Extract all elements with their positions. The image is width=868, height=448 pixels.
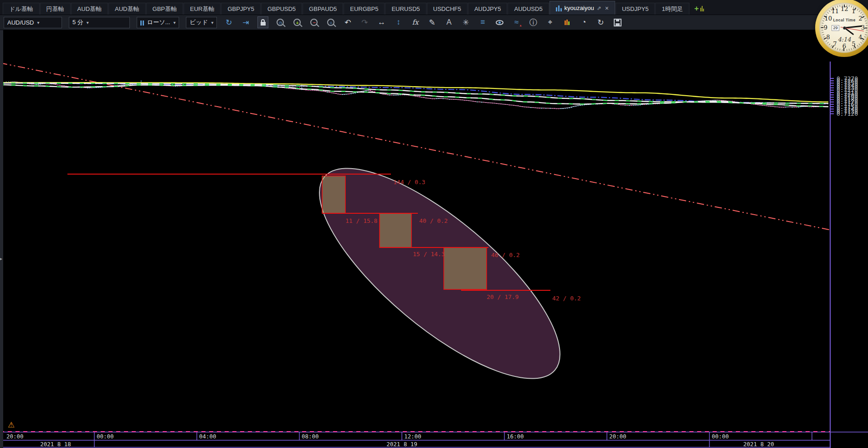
chart-bars-icon [700,6,704,11]
ma-mid-line-white [0,85,828,107]
clock-tick [822,34,824,35]
scroll-to-latest-icon[interactable]: ⇥ [241,17,251,28]
magnifier-glyph: ◷ [277,19,284,26]
glyph: ⓘ [529,17,537,28]
tab-label: AUDJPY5 [474,5,501,12]
clock-number: 1 [850,8,858,15]
close-icon[interactable]: × [605,5,609,11]
tab-円基軸[interactable]: 円基軸 [40,3,71,15]
clock-number: 12 [841,5,848,12]
time-label: 00:00 [712,433,729,440]
glyph: ✳ [462,18,469,27]
tab-label: EUR基軸 [190,5,214,13]
zoom-reset-icon[interactable]: ◷ [275,17,285,28]
time-label: 20:00 [609,433,627,440]
panel-expand-handle-icon[interactable]: ▸ [0,257,2,261]
lock-glyph [261,22,266,26]
measurement-label: 40 / 0.2 [419,217,448,224]
tab-EUR基軸[interactable]: EUR基軸 [184,3,221,15]
tab-label: EURUSD5 [391,5,420,12]
signal-pattern-icon[interactable]: ≈▴ [511,17,521,28]
tab-GBPJPY5[interactable]: GBPJPY5 [221,3,261,15]
zoom-area-icon[interactable]: ▫ [326,17,336,28]
clock-tick [827,12,829,14]
clock-tick [858,10,860,12]
tab-label: kyouzaiyou [565,5,594,11]
clock-tick [865,34,867,35]
zoom-out-icon[interactable]: − [309,17,319,28]
undo-icon[interactable]: ↶ [343,17,353,28]
tab-label: 1時間足 [662,5,683,13]
tab-AUDJPY5[interactable]: AUDJPY5 [468,3,508,15]
toolbar: AUD/USD▾5 分▾ローソ...▾ビッド▾↻⇥◷+−▫↶↷↔↕fx✎A✳≡≈… [0,15,868,30]
clock-date: 29 [832,25,839,31]
magnifier-glyph: − [310,19,318,26]
glyph: ↔ [378,18,385,27]
tab-AUD基軸[interactable]: AUD基軸 [108,3,145,15]
formula-icon[interactable]: fx [410,17,420,28]
expand-horizontal-icon[interactable]: ↔ [376,17,386,28]
pattern-tool-icon[interactable]: ✳ [461,17,471,28]
text-tool-icon[interactable]: A [444,17,454,28]
price-side-select-value: ビッド [190,18,208,26]
clock-tick [822,32,823,33]
clock-tick [853,47,854,49]
measurement-box[interactable] [380,213,411,247]
chart-canvas[interactable]: 144 / 0.311 / 15.840 / 0.215 / 14.346 / … [0,30,868,448]
glyph: ↕ [396,18,401,27]
date-label: 2021 8 19 [386,441,417,448]
tab-EURGBP5[interactable]: EURGBP5 [344,3,385,15]
tab-EURUSD5[interactable]: EURUSD5 [385,3,426,15]
info-icon[interactable]: ⓘ [528,17,538,28]
tab-label: AUD基軸 [77,5,102,13]
measurement-box[interactable] [444,247,487,289]
tab-1時間足[interactable]: 1時間足 [655,3,689,15]
timeframe-select[interactable]: 5 分▾ [69,17,130,28]
tab-GBP基軸[interactable]: GBP基軸 [146,3,183,15]
glyph: ↻ [226,18,232,27]
glyph: ↻ [597,18,604,27]
draw-pencil-icon[interactable]: ✎ [427,17,437,28]
tab-label: AUDUSD5 [514,5,542,12]
time-label: 16:00 [507,433,524,440]
clock-number: 2 [857,15,864,22]
tab-ドル基軸[interactable]: ドル基軸 [3,3,40,15]
tab-USDJPY5[interactable]: USDJPY5 [616,3,655,15]
save-icon[interactable] [612,17,622,28]
measurement-box[interactable] [322,176,345,213]
measurement-label: 46 / 0.2 [491,252,520,258]
warning-icon[interactable]: ⚠ [8,420,15,430]
tab-kyouzaiyou[interactable]: kyouzaiyou⇗× [550,1,615,15]
glyph: fx [412,18,418,26]
clock-tick [822,23,823,24]
popout-icon[interactable]: ⇗ [597,5,601,11]
time-label: 20:00 [6,433,24,440]
lock-icon[interactable] [257,16,268,28]
chart-draw-icon[interactable]: ◔ [579,17,589,28]
refresh-icon[interactable]: ↻ [224,17,234,28]
price-side-select[interactable]: ビッド▾ [186,17,217,28]
chart-type-select[interactable]: ローソ...▾ [137,17,179,28]
tab-AUDUSD5[interactable]: AUDUSD5 [508,3,549,15]
clock-number: 7 [832,41,839,47]
tab-label: ドル基軸 [9,5,33,13]
visibility-icon[interactable] [494,17,504,28]
clock-tick [865,23,867,24]
left-panel-collapse-strip[interactable]: ▸ [0,30,3,448]
tab-GBPAUD5[interactable]: GBPAUD5 [303,3,343,15]
measurement-label: 15 / 14.3 [413,251,445,257]
auto-update-icon[interactable]: ↻ [596,17,606,28]
expand-vertical-icon[interactable]: ↕ [393,17,403,28]
zoom-in-icon[interactable]: + [292,17,302,28]
bar-style-icon[interactable] [562,17,572,28]
crosshair-icon[interactable]: ⌖ [545,17,555,28]
tab-GBPUSD5[interactable]: GBPUSD5 [261,3,302,15]
clock-center-cap [843,26,846,30]
layers-icon[interactable]: ≡ [478,17,488,28]
tab-USDCHF5[interactable]: USDCHF5 [427,3,467,15]
tab-AUD基軸[interactable]: AUD基軸 [71,3,108,15]
symbol-select[interactable]: AUD/USD▾ [4,17,62,28]
redo-icon[interactable]: ↷ [360,17,370,28]
accent-glyph: ▴ [519,23,521,27]
add-chart-button[interactable]: + [694,5,704,12]
